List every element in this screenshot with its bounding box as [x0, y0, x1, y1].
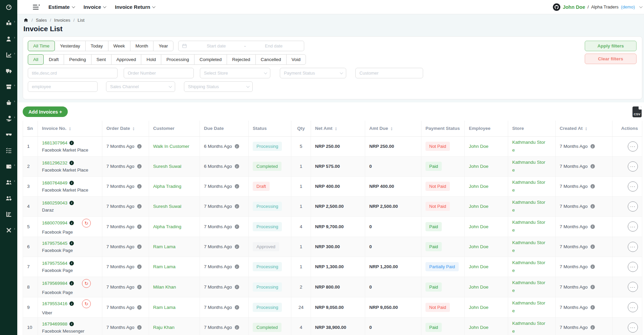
status-filter-void[interactable]: Void — [286, 54, 306, 65]
breadcrumb-item-sales[interactable]: Sales — [36, 18, 47, 23]
apply-filters-button[interactable]: Apply filters — [585, 41, 637, 51]
customer-link[interactable]: Ram Lama — [153, 244, 175, 249]
info-icon[interactable]: i — [137, 285, 142, 289]
refresh-icon[interactable]: ↻ — [82, 219, 91, 228]
time-filter-year[interactable]: Year — [153, 41, 173, 51]
info-icon[interactable]: i — [137, 224, 142, 229]
time-filter-today[interactable]: Today — [85, 41, 108, 51]
info-icon[interactable]: i — [590, 305, 595, 310]
info-icon[interactable]: i — [590, 244, 595, 249]
time-filter-month[interactable]: Month — [130, 41, 154, 51]
order-number-input[interactable] — [124, 68, 194, 78]
employee-input[interactable] — [28, 81, 98, 92]
row-actions-button[interactable]: ··· — [628, 181, 638, 192]
invoice-link[interactable]: 1681296232 — [42, 160, 67, 165]
sidebar-item-purchases[interactable]: › — [5, 100, 13, 107]
time-filter-week[interactable]: Week — [108, 41, 130, 51]
employee-link[interactable]: John Doe — [469, 144, 489, 149]
status-filter-sent[interactable]: Sent — [91, 54, 111, 65]
sidebar-item-storefront[interactable]: › — [5, 84, 13, 91]
column-header-customer[interactable]: Customer — [149, 121, 200, 136]
sidebar-item-contacts[interactable]: › — [5, 36, 13, 43]
nav-menu-invoice-return[interactable]: Invoice Return — [115, 4, 154, 10]
store-link[interactable]: Kathmandu Store — [512, 259, 547, 275]
store-link[interactable]: Kathmandu Store — [512, 199, 547, 214]
sidebar-item-tools[interactable]: › — [5, 227, 13, 235]
store-link[interactable]: Kathmandu Store — [512, 219, 547, 234]
info-icon[interactable]: i — [137, 244, 142, 249]
invoice-link[interactable]: 1680070994 — [42, 220, 67, 225]
info-icon[interactable]: i — [69, 281, 74, 285]
search-input[interactable] — [28, 68, 118, 78]
store-link[interactable]: Kathmandu Store — [512, 320, 547, 335]
shipping-status-select[interactable]: Shipping Status — [184, 81, 253, 92]
sidebar-item-staff[interactable] — [5, 195, 13, 203]
customer-link[interactable]: Raju Khan — [153, 325, 174, 330]
store-link[interactable]: Kathmandu Store — [512, 239, 547, 255]
column-header-invoice-no[interactable]: Invoice No.▲▼ — [38, 121, 102, 136]
employee-link[interactable]: John Doe — [469, 244, 489, 249]
store-select[interactable]: Select Store — [200, 68, 270, 78]
info-icon[interactable]: i — [235, 285, 239, 289]
payment-status-select[interactable]: Payment Status — [280, 68, 346, 78]
column-header-status[interactable]: Status — [249, 121, 291, 136]
customer-link[interactable]: Milan Khan — [153, 284, 176, 290]
store-link[interactable]: Kathmandu Store — [512, 159, 547, 174]
info-icon[interactable]: i — [235, 244, 239, 249]
row-actions-button[interactable]: ··· — [628, 141, 638, 152]
info-icon[interactable]: i — [590, 264, 595, 269]
info-icon[interactable]: i — [235, 144, 239, 149]
column-header-order-date[interactable]: Order Date▲▼ — [102, 121, 149, 136]
info-icon[interactable]: i — [235, 184, 239, 189]
nav-menu-estimate[interactable]: Estimate — [48, 4, 74, 10]
column-header-employee[interactable]: Employee — [465, 121, 508, 136]
info-icon[interactable]: i — [69, 141, 74, 145]
info-icon[interactable]: i — [590, 325, 595, 330]
customer-link[interactable]: Alpha Trading — [153, 224, 181, 229]
invoice-link[interactable]: 1679575645 — [42, 241, 67, 246]
row-actions-button[interactable]: ··· — [628, 201, 638, 212]
column-header-store[interactable]: Store — [508, 121, 556, 136]
info-icon[interactable]: i — [235, 264, 239, 269]
info-icon[interactable]: i — [590, 184, 595, 189]
column-header-qty[interactable]: Qty — [291, 121, 311, 136]
row-actions-button[interactable]: ··· — [628, 262, 638, 272]
row-actions-button[interactable]: ··· — [628, 242, 638, 252]
column-header-sn[interactable]: Sn — [23, 121, 38, 136]
column-header-due-date[interactable]: Due Date — [200, 121, 249, 136]
customer-input[interactable] — [355, 68, 423, 78]
row-actions-button[interactable]: ··· — [628, 221, 638, 232]
store-link[interactable]: Kathmandu Store — [512, 179, 547, 194]
info-icon[interactable]: i — [69, 261, 74, 265]
employee-link[interactable]: John Doe — [469, 204, 489, 209]
column-header-created-at[interactable]: Created At▲▼ — [556, 121, 612, 136]
info-icon[interactable]: i — [137, 204, 142, 209]
row-actions-button[interactable]: ··· — [628, 302, 638, 312]
info-icon[interactable]: i — [590, 144, 595, 149]
sidebar-item-tasks[interactable] — [5, 147, 13, 155]
employee-link[interactable]: John Doe — [469, 184, 489, 189]
employee-link[interactable]: John Doe — [469, 284, 489, 290]
breadcrumb-item-list[interactable]: List — [78, 18, 84, 23]
info-icon[interactable]: i — [137, 164, 142, 169]
info-icon[interactable]: i — [137, 325, 142, 330]
time-filter-all-time[interactable]: All Time — [28, 41, 55, 51]
column-header-net-amt[interactable]: Net Amt▲▼ — [311, 121, 365, 136]
info-icon[interactable]: i — [590, 204, 595, 209]
info-icon[interactable]: i — [590, 164, 595, 169]
employee-link[interactable]: John Doe — [469, 325, 489, 330]
info-icon[interactable]: i — [590, 285, 595, 289]
sales-channel-select[interactable]: Sales Channel — [106, 81, 175, 92]
info-icon[interactable]: i — [69, 181, 74, 185]
info-icon[interactable]: i — [235, 305, 239, 310]
info-icon[interactable]: i — [235, 325, 239, 330]
breadcrumb-item-invoices[interactable]: Invoices — [54, 18, 70, 23]
store-link[interactable]: Kathmandu Store — [512, 299, 547, 315]
info-icon[interactable]: i — [69, 301, 74, 306]
info-icon[interactable]: i — [590, 224, 595, 229]
store-link[interactable]: Kathmandu Store — [512, 139, 547, 154]
menu-fold-icon[interactable] — [33, 4, 40, 10]
status-filter-rejected[interactable]: Rejected — [227, 54, 255, 65]
info-icon[interactable]: i — [235, 164, 239, 169]
sidebar-item-wallet[interactable]: › — [5, 163, 13, 171]
